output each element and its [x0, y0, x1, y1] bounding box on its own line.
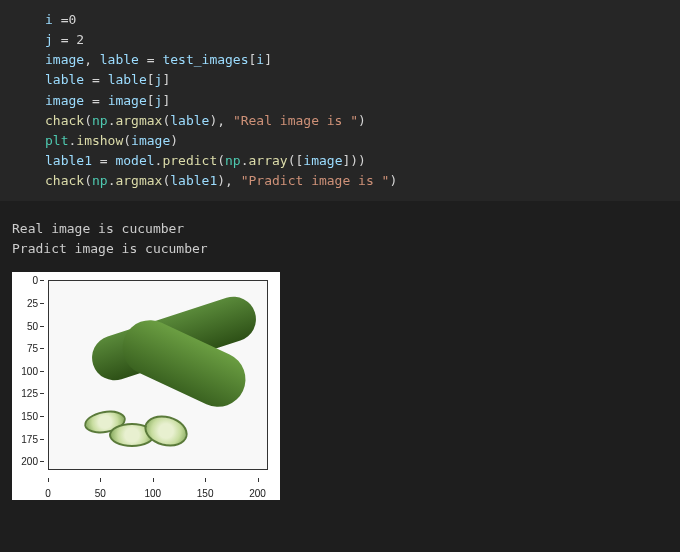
code-cell[interactable]: i =0 j = 2 image, lable = test_images[i]… [0, 0, 680, 201]
y-tick-label: 50 [27, 318, 38, 333]
x-tick-label: 200 [249, 486, 266, 501]
code-line: lable1 = model.predict(np.array([image])… [45, 151, 668, 171]
y-tick-label: 75 [27, 341, 38, 356]
y-tick-label: 150 [21, 408, 38, 423]
code-line: image = image[j] [45, 91, 668, 111]
cucumber-slice [141, 411, 191, 451]
x-tick-label: 100 [144, 486, 161, 501]
matplotlib-figure: 0255075100125150175200 050100150200 [12, 272, 280, 500]
code-line: lable = lable[j] [45, 70, 668, 90]
y-tick-label: 125 [21, 386, 38, 401]
code-line: plt.imshow(image) [45, 131, 668, 151]
x-tick-label: 0 [45, 486, 51, 501]
code-line: j = 2 [45, 30, 668, 50]
code-line: image, lable = test_images[i] [45, 50, 668, 70]
y-tick-label: 25 [27, 295, 38, 310]
y-tick-label: 100 [21, 363, 38, 378]
code-line: chack(np.argmax(lable1), "Pradict image … [45, 171, 668, 191]
output-area: Real image is cucumber Pradict image is … [0, 201, 680, 512]
code-line: chack(np.argmax(lable), "Real image is "… [45, 111, 668, 131]
y-tick-label: 200 [21, 454, 38, 469]
y-tick-label: 175 [21, 431, 38, 446]
code-line: i =0 [45, 10, 668, 30]
x-tick-label: 50 [95, 486, 106, 501]
x-tick-label: 150 [197, 486, 214, 501]
x-axis-ticks: 050100150200 [48, 478, 268, 500]
output-text: Real image is cucumber Pradict image is … [12, 219, 668, 258]
y-tick-label: 0 [32, 273, 38, 288]
y-axis-ticks: 0255075100125150175200 [12, 280, 44, 470]
plot-image-area [48, 280, 268, 470]
